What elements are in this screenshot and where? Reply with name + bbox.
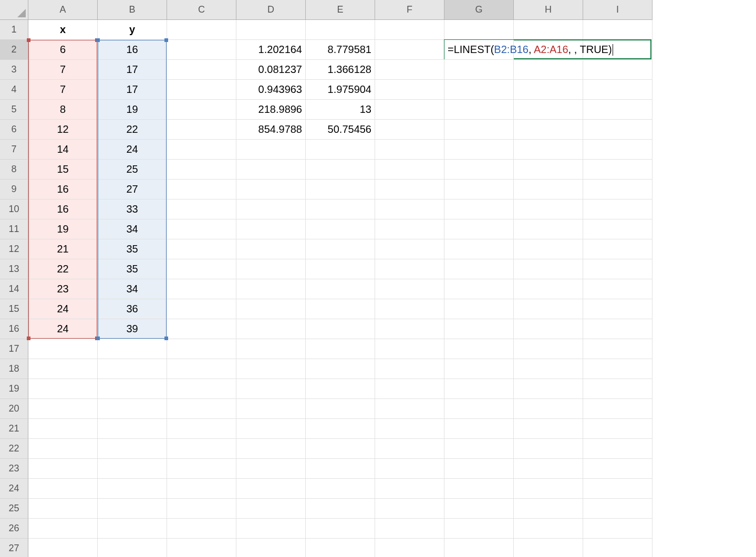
cell-G5[interactable] bbox=[444, 100, 514, 120]
row-header-5[interactable]: 5 bbox=[0, 100, 28, 120]
cell-I8[interactable] bbox=[583, 160, 653, 180]
cell-F24[interactable] bbox=[375, 479, 444, 499]
cell-F16[interactable] bbox=[375, 319, 444, 339]
cell-G17[interactable] bbox=[444, 339, 514, 359]
col-header-C[interactable]: C bbox=[167, 0, 236, 20]
cell-H21[interactable] bbox=[514, 419, 583, 439]
cell-H13[interactable] bbox=[514, 259, 583, 279]
cell-D7[interactable] bbox=[236, 140, 306, 160]
cell-F7[interactable] bbox=[375, 140, 444, 160]
cell-B23[interactable] bbox=[98, 459, 167, 479]
cell-E26[interactable] bbox=[306, 519, 375, 539]
cell-B16[interactable]: 39 bbox=[98, 319, 167, 339]
cell-B25[interactable] bbox=[98, 499, 167, 519]
cell-H6[interactable] bbox=[514, 120, 583, 140]
cell-G25[interactable] bbox=[444, 499, 514, 519]
row-header-24[interactable]: 24 bbox=[0, 479, 28, 499]
cell-D1[interactable] bbox=[236, 20, 306, 40]
cell-D12[interactable] bbox=[236, 239, 306, 259]
cell-H3[interactable] bbox=[514, 60, 583, 80]
row-header-13[interactable]: 13 bbox=[0, 259, 28, 279]
select-all-corner[interactable] bbox=[0, 0, 28, 20]
cell-H16[interactable] bbox=[514, 319, 583, 339]
cell-H19[interactable] bbox=[514, 379, 583, 399]
cell-F23[interactable] bbox=[375, 459, 444, 479]
cell-F22[interactable] bbox=[375, 439, 444, 459]
cell-H26[interactable] bbox=[514, 519, 583, 539]
cell-E20[interactable] bbox=[306, 399, 375, 419]
cell-F17[interactable] bbox=[375, 339, 444, 359]
cell-A5[interactable]: 8 bbox=[28, 100, 98, 120]
cell-C26[interactable] bbox=[167, 519, 236, 539]
cell-A12[interactable]: 21 bbox=[28, 239, 98, 259]
row-header-9[interactable]: 9 bbox=[0, 180, 28, 199]
row-header-27[interactable]: 27 bbox=[0, 539, 28, 557]
col-header-B[interactable]: B bbox=[98, 0, 167, 20]
cell-A18[interactable] bbox=[28, 359, 98, 379]
row-header-17[interactable]: 17 bbox=[0, 339, 28, 359]
cell-H7[interactable] bbox=[514, 140, 583, 160]
cell-D16[interactable] bbox=[236, 319, 306, 339]
cell-D3[interactable]: 0.081237 bbox=[236, 60, 306, 80]
cell-F25[interactable] bbox=[375, 499, 444, 519]
cell-I21[interactable] bbox=[583, 419, 653, 439]
cell-C7[interactable] bbox=[167, 140, 236, 160]
cell-D13[interactable] bbox=[236, 259, 306, 279]
cell-G8[interactable] bbox=[444, 160, 514, 180]
cell-E4[interactable]: 1.975904 bbox=[306, 80, 375, 100]
cell-C2[interactable] bbox=[167, 40, 236, 60]
cell-G3[interactable] bbox=[444, 60, 514, 80]
cell-A19[interactable] bbox=[28, 379, 98, 399]
cell-B18[interactable] bbox=[98, 359, 167, 379]
cell-C18[interactable] bbox=[167, 359, 236, 379]
cell-G19[interactable] bbox=[444, 379, 514, 399]
cell-D18[interactable] bbox=[236, 359, 306, 379]
col-header-H[interactable]: H bbox=[514, 0, 583, 20]
cell-G23[interactable] bbox=[444, 459, 514, 479]
cell-C21[interactable] bbox=[167, 419, 236, 439]
cell-F26[interactable] bbox=[375, 519, 444, 539]
cell-F15[interactable] bbox=[375, 299, 444, 319]
cell-F3[interactable] bbox=[375, 60, 444, 80]
cell-C6[interactable] bbox=[167, 120, 236, 140]
col-header-F[interactable]: F bbox=[375, 0, 444, 20]
cell-H1[interactable] bbox=[514, 20, 583, 40]
cell-G15[interactable] bbox=[444, 299, 514, 319]
cell-C27[interactable] bbox=[167, 539, 236, 557]
cell-B21[interactable] bbox=[98, 419, 167, 439]
cell-B6[interactable]: 22 bbox=[98, 120, 167, 140]
cell-F8[interactable] bbox=[375, 160, 444, 180]
cell-E21[interactable] bbox=[306, 419, 375, 439]
cell-G9[interactable] bbox=[444, 180, 514, 199]
cell-I27[interactable] bbox=[583, 539, 653, 557]
cell-H9[interactable] bbox=[514, 180, 583, 199]
cell-B26[interactable] bbox=[98, 519, 167, 539]
cell-F9[interactable] bbox=[375, 180, 444, 199]
cell-A8[interactable]: 15 bbox=[28, 160, 98, 180]
cell-D27[interactable] bbox=[236, 539, 306, 557]
cell-I26[interactable] bbox=[583, 519, 653, 539]
cell-E2[interactable]: 8.779581 bbox=[306, 40, 375, 60]
cell-B5[interactable]: 19 bbox=[98, 100, 167, 120]
cell-B15[interactable]: 36 bbox=[98, 299, 167, 319]
row-header-21[interactable]: 21 bbox=[0, 419, 28, 439]
cell-G12[interactable] bbox=[444, 239, 514, 259]
cell-A7[interactable]: 14 bbox=[28, 140, 98, 160]
cell-I22[interactable] bbox=[583, 439, 653, 459]
cell-C5[interactable] bbox=[167, 100, 236, 120]
cell-I24[interactable] bbox=[583, 479, 653, 499]
row-header-11[interactable]: 11 bbox=[0, 219, 28, 239]
cell-G20[interactable] bbox=[444, 399, 514, 419]
cell-C20[interactable] bbox=[167, 399, 236, 419]
cell-D17[interactable] bbox=[236, 339, 306, 359]
cell-F14[interactable] bbox=[375, 279, 444, 299]
cell-F5[interactable] bbox=[375, 100, 444, 120]
cell-D8[interactable] bbox=[236, 160, 306, 180]
col-header-G[interactable]: G bbox=[444, 0, 514, 20]
cell-F21[interactable] bbox=[375, 419, 444, 439]
cell-B13[interactable]: 35 bbox=[98, 259, 167, 279]
cell-A24[interactable] bbox=[28, 479, 98, 499]
cell-H23[interactable] bbox=[514, 459, 583, 479]
cell-A10[interactable]: 16 bbox=[28, 199, 98, 219]
cell-H24[interactable] bbox=[514, 479, 583, 499]
